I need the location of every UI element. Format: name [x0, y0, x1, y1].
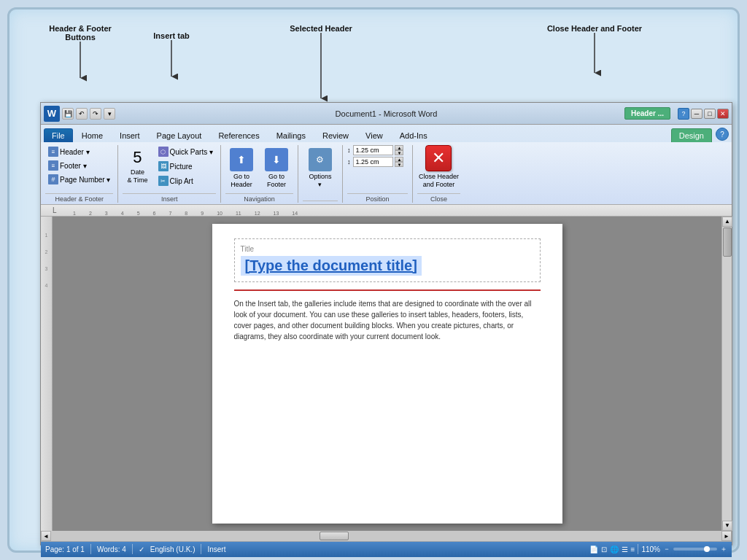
status-language: English (U.K.) — [150, 545, 196, 553]
h-scroll-track[interactable] — [51, 531, 721, 541]
tab-mailings[interactable]: Mailings — [268, 128, 314, 142]
header-spin-down[interactable]: ▼ — [395, 150, 403, 155]
goto-header-button[interactable]: ⬆ Go toHeader — [225, 145, 258, 192]
status-mode: Insert — [207, 545, 225, 553]
footer-button[interactable]: ≡ Footer ▾ — [45, 159, 113, 172]
tab-page-layout[interactable]: Page Layout — [149, 128, 210, 142]
dim-row-1: ↕ ▲ ▼ — [347, 145, 408, 155]
view-draft-icon[interactable]: ≡ — [631, 545, 635, 553]
picture-label: Picture — [170, 163, 193, 171]
status-spellcheck-icon: ✓ — [139, 545, 144, 553]
clip-art-label: Clip Art — [170, 177, 193, 185]
undo-button[interactable]: ↶ — [76, 108, 88, 120]
window-title: Document1 - Microsoft Word — [336, 109, 438, 118]
group-position: ↕ ▲ ▼ ↕ ▲ ▼ — [347, 145, 413, 203]
maximize-button[interactable]: □ — [704, 109, 716, 119]
quick-parts-button[interactable]: ⬡ Quick Parts ▾ — [155, 145, 216, 158]
close-window-button[interactable]: ✕ — [717, 109, 729, 119]
customize-button[interactable]: ▾ — [104, 108, 115, 120]
status-sep-2 — [132, 544, 133, 554]
annotation-sh-arrow — [299, 33, 343, 106]
page-container: Title [Type the document title] On the I… — [53, 217, 721, 531]
options-label: Options▾ — [309, 173, 331, 189]
zoom-slider[interactable] — [673, 548, 717, 551]
clip-art-button[interactable]: ✂ Clip Art — [155, 174, 216, 187]
close-items: ✕ Close Headerand Footer — [417, 145, 460, 192]
tab-home[interactable]: Home — [74, 128, 111, 142]
view-fullscreen-icon[interactable]: ⊡ — [601, 545, 607, 553]
footer-spin-down[interactable]: ▼ — [395, 162, 403, 167]
options-button[interactable]: ⚙ Options▾ — [303, 145, 338, 192]
scroll-up-button[interactable]: ▲ — [722, 217, 732, 227]
footer-spin-up[interactable]: ▲ — [395, 157, 403, 162]
scroll-track[interactable] — [722, 227, 732, 521]
close-header-footer-button[interactable]: ✕ Close Headerand Footer — [417, 145, 460, 189]
annotation-insert-arrow — [150, 40, 193, 84]
tab-insert[interactable]: Insert — [112, 128, 148, 142]
tab-view[interactable]: View — [357, 128, 391, 142]
tab-references[interactable]: References — [210, 128, 267, 142]
close-hf-icon: ✕ — [425, 145, 452, 171]
view-print-icon[interactable]: 📄 — [589, 545, 598, 553]
close-hf-label: Close Headerand Footer — [419, 173, 459, 189]
scroll-down-button[interactable]: ▼ — [722, 521, 732, 531]
footer-height-input[interactable] — [353, 157, 393, 167]
page-number-label: Page Number ▾ — [60, 176, 110, 184]
document-title[interactable]: [Type the document title] — [241, 256, 422, 276]
redo-button[interactable]: ↷ — [90, 108, 101, 120]
goto-footer-label: Go toFooter — [267, 173, 286, 189]
goto-footer-button[interactable]: ⬇ Go toFooter — [260, 145, 293, 192]
header-spin-up[interactable]: ▲ — [395, 145, 403, 150]
save-button[interactable]: 💾 — [62, 108, 74, 120]
title-underline — [234, 289, 541, 291]
dimension-group: ↕ ▲ ▼ ↕ ▲ ▼ — [347, 145, 408, 167]
ribbon-help-icon[interactable]: ? — [716, 128, 729, 141]
page-number-button[interactable]: # Page Number ▾ — [45, 173, 113, 186]
zoom-level: 110% — [641, 545, 660, 553]
zoom-plus-button[interactable]: ＋ — [720, 544, 727, 554]
header-tab-button[interactable]: Header ... — [624, 107, 670, 120]
document-body: On the Insert tab, the galleries include… — [234, 298, 541, 342]
nav-items: ⬆ Go toHeader ⬇ Go toFooter — [225, 145, 293, 192]
date-time-button[interactable]: 5 Date& Time — [123, 145, 152, 187]
annotation-selected-header: Selected Header — [277, 24, 365, 106]
ribbon: File Home Insert Page Layout References … — [41, 125, 732, 205]
picture-button[interactable]: 🖼 Picture — [155, 160, 216, 173]
header-icon: ≡ — [48, 147, 58, 157]
annotation-insert-tab: Insert tab — [142, 31, 201, 84]
header-spinner: ▲ ▼ — [395, 145, 403, 155]
view-outline-icon[interactable]: ☰ — [622, 545, 628, 553]
h-scroll-thumb[interactable] — [320, 532, 349, 540]
position-items: ↕ ▲ ▼ ↕ ▲ ▼ — [347, 145, 408, 192]
header-label: Header ▾ — [60, 148, 90, 156]
annotation-header-footer: Header & Footer Buttons — [36, 24, 124, 85]
annotation-hf-arrow — [58, 42, 102, 85]
scroll-thumb[interactable] — [723, 228, 732, 257]
tab-add-ins[interactable]: Add-Ins — [392, 128, 436, 142]
header-height-input[interactable] — [353, 145, 393, 155]
zoom-minus-button[interactable]: － — [663, 544, 670, 554]
left-ruler: 1 2 3 4 — [41, 217, 53, 531]
ribbon-content: ≡ Header ▾ ≡ Footer ▾ # Page Number ▾ He… — [41, 142, 732, 204]
status-words: Words: 4 — [97, 545, 126, 553]
h-scroll-left-button[interactable]: ◄ — [41, 531, 51, 541]
tab-review[interactable]: Review — [314, 128, 357, 142]
word-icon: W — [44, 106, 60, 122]
header-button[interactable]: ≡ Header ▾ — [45, 145, 113, 158]
help-button[interactable]: ? — [678, 108, 689, 120]
tab-design[interactable]: Design — [671, 128, 712, 142]
ruler-marks: 1 2 3 4 5 6 7 8 9 10 11 12 13 14 — [63, 205, 311, 216]
horizontal-scrollbar: ◄ ► — [41, 531, 732, 541]
picture-icon: 🖼 — [158, 161, 169, 171]
annotation-chf-arrow — [573, 33, 616, 80]
minimize-button[interactable]: ─ — [691, 109, 703, 119]
annotation-sh-label: Selected Header — [290, 24, 352, 33]
tab-file[interactable]: File — [44, 128, 73, 142]
group-navigation: ⬆ Go toHeader ⬇ Go toFooter Navigation — [225, 145, 298, 203]
zoom-thumb[interactable] — [704, 546, 710, 552]
h-scroll-right-button[interactable]: ► — [721, 531, 732, 541]
position-group-label: Position — [347, 193, 408, 203]
word-window: W 💾 ↶ ↷ ▾ Document1 - Microsoft Word Hea… — [40, 102, 732, 545]
view-web-icon[interactable]: 🌐 — [610, 545, 619, 553]
annotation-chf-label: Close Header and Footer — [547, 24, 642, 33]
